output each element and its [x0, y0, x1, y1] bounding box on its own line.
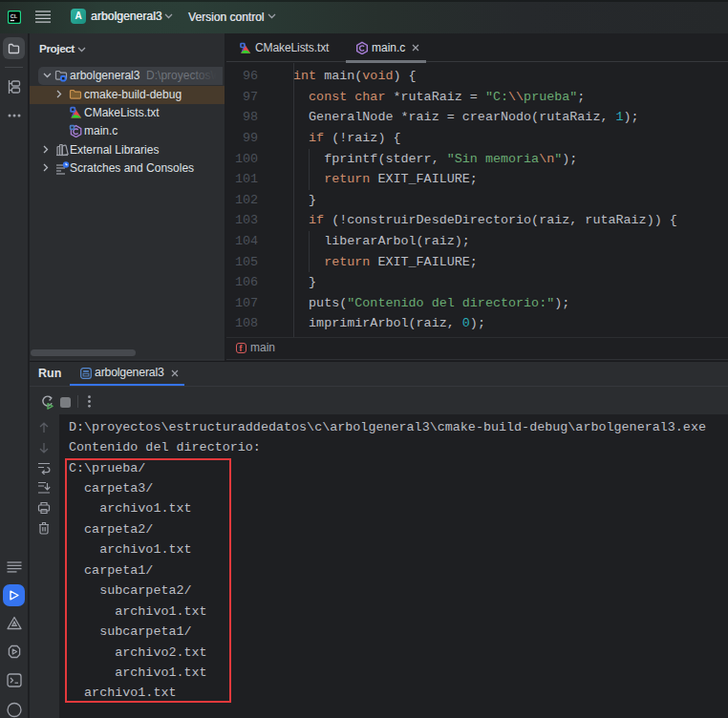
svg-text:CL: CL — [11, 13, 18, 19]
